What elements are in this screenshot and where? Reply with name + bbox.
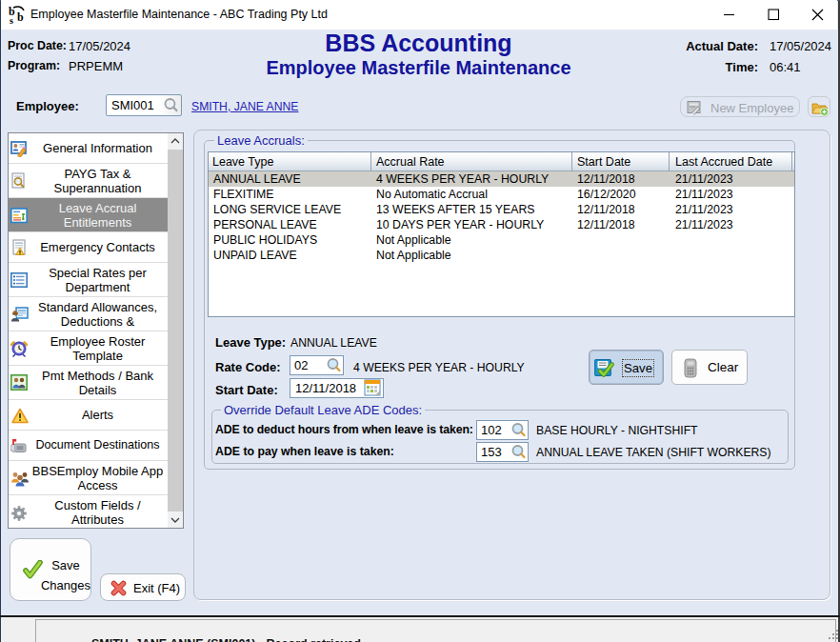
svg-text:s: s: [10, 15, 13, 26]
svg-text:b: b: [17, 10, 24, 24]
